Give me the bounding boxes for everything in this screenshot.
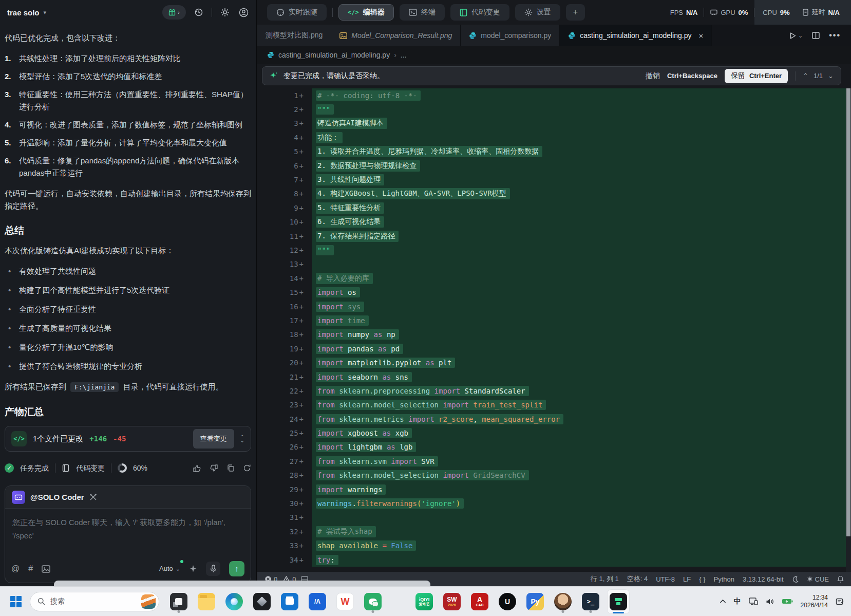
attach-image-icon[interactable] bbox=[42, 565, 50, 573]
top-toolbar: 实时跟随 </> 编辑器 终端 代码变更 设置 + FPSN/A GPU0% bbox=[257, 0, 851, 25]
account-icon[interactable] bbox=[238, 7, 249, 18]
next-change-icon[interactable]: ⌄ bbox=[828, 72, 834, 80]
code-line: 8+4. 构建XGBoost、LightGBM、GA-SVR、LPSO-SVR模… bbox=[257, 187, 846, 201]
breadcrumb-more[interactable]: ... bbox=[401, 51, 407, 59]
braces-formatter[interactable]: { } bbox=[699, 575, 705, 583]
tab-editor-label: 编辑器 bbox=[363, 8, 385, 17]
taskbar-app-snipping-tool-icon[interactable] bbox=[167, 589, 190, 614]
artifact-card[interactable]: </> 1个文件已更改 +146 -45 查看变更 ⌃⌄ bbox=[5, 426, 251, 452]
prev-change-icon[interactable]: ⌃ bbox=[803, 72, 808, 80]
gpu-label: GPU bbox=[721, 9, 735, 16]
start-button[interactable] bbox=[6, 592, 26, 611]
microphone-icon[interactable] bbox=[206, 562, 220, 576]
more-actions-icon[interactable]: ••• bbox=[829, 31, 841, 40]
scrollbar-thumb[interactable] bbox=[846, 88, 850, 536]
code-line: 23+from sklearn.model_selection import t… bbox=[257, 398, 846, 412]
code-line: 4+功能： bbox=[257, 130, 846, 144]
taskbar-app-user-avatar-icon[interactable] bbox=[552, 589, 574, 614]
tab-live-follow[interactable]: 实时跟随 bbox=[267, 4, 327, 21]
add-view-button[interactable]: + bbox=[566, 4, 585, 21]
breadcrumb-filename[interactable]: casting_simulation_ai_modeling.py bbox=[278, 51, 390, 59]
taskbar-app-trae-icon[interactable] bbox=[607, 589, 630, 614]
plus-icon: + bbox=[573, 8, 578, 17]
tab-editor[interactable]: </> 编辑器 bbox=[338, 4, 394, 21]
keep-button[interactable]: 保留 Ctrl+Enter bbox=[725, 69, 788, 83]
notification-center-icon[interactable] bbox=[836, 598, 844, 606]
tab-code-changes[interactable]: 代码变更 bbox=[450, 4, 509, 21]
agent-tools-icon[interactable] bbox=[89, 493, 97, 501]
cursor-position[interactable]: 行 1, 列 1 bbox=[591, 574, 619, 584]
run-chevron-down-icon[interactable]: ⌄ bbox=[798, 32, 803, 39]
breadcrumb[interactable]: casting_simulation_ai_modeling.py › ... bbox=[257, 46, 851, 64]
savings-path-chip[interactable]: F:\jianjia bbox=[70, 382, 119, 392]
file-tab-comparison-image[interactable]: 测模型对比图.png bbox=[257, 25, 331, 46]
close-tab-icon[interactable]: × bbox=[698, 31, 703, 40]
agent-name-label[interactable]: @SOLO Coder bbox=[30, 491, 84, 503]
mode-selector[interactable]: Auto ⌄ bbox=[159, 563, 180, 575]
taskbar-app-solidworks-icon[interactable]: SW2026 bbox=[441, 589, 463, 614]
tray-clock[interactable]: 12:34 2026/4/14 bbox=[801, 594, 828, 609]
code-file-icon: </> bbox=[11, 431, 27, 446]
collapse-expander-icon[interactable]: ⌃⌄ bbox=[240, 435, 244, 442]
split-editor-icon[interactable] bbox=[812, 32, 820, 39]
mention-at-icon[interactable]: @ bbox=[11, 563, 20, 575]
hash-icon[interactable]: # bbox=[28, 563, 33, 575]
gift-button[interactable]: › bbox=[162, 5, 186, 20]
battery-charging-icon[interactable] bbox=[782, 598, 793, 605]
chat-input[interactable]: 您正在与 SOLO Coder 聊天，输入 '/' 获取更多能力，如 '/pla… bbox=[5, 509, 251, 556]
cue-indicator[interactable]: CUE bbox=[807, 575, 829, 583]
thumbs-up-icon[interactable] bbox=[193, 464, 201, 473]
taskbar-app-powershell-icon[interactable]: >_ bbox=[579, 589, 602, 614]
encoding-setting[interactable]: UTF-8 bbox=[656, 575, 675, 583]
title-chevron-down-icon[interactable]: ▾ bbox=[44, 9, 47, 16]
taskbar-app-pycharm-icon[interactable]: Py bbox=[524, 589, 546, 614]
code-changes-label[interactable]: 代码变更 bbox=[76, 462, 105, 474]
tray-chevron-up-icon[interactable] bbox=[720, 599, 726, 604]
speaker-icon[interactable] bbox=[766, 598, 774, 605]
taskbar-app-wps-office-icon[interactable]: W bbox=[334, 589, 356, 614]
code-line: 28+from sklearn.model_selection import G… bbox=[257, 469, 846, 482]
taskbar-app-edge-browser-icon[interactable] bbox=[223, 589, 245, 614]
taskbar-app-wechat-icon[interactable] bbox=[362, 589, 384, 614]
run-button[interactable]: ⌄ bbox=[789, 32, 803, 40]
python-version[interactable]: 3.13.12 64-bit bbox=[743, 575, 784, 583]
search-highlight-image[interactable] bbox=[141, 594, 156, 609]
language-mode[interactable]: Python bbox=[714, 575, 734, 583]
taskbar-app-file-explorer-icon[interactable] bbox=[195, 589, 218, 614]
settings-gear-icon[interactable] bbox=[219, 7, 231, 18]
taskbar-app-unreal-icon[interactable]: U bbox=[496, 589, 519, 614]
taskbar-app-iqiyi-icon[interactable]: iQIYI爱奇艺 bbox=[413, 589, 436, 614]
refresh-icon[interactable] bbox=[243, 464, 251, 473]
sparkle-icon[interactable] bbox=[189, 565, 197, 573]
notifications-bell-icon[interactable] bbox=[837, 575, 844, 583]
tab-settings[interactable]: 设置 bbox=[515, 4, 560, 21]
taskbar-app-autocad-icon[interactable]: ACAD bbox=[468, 589, 491, 614]
theme-moon-icon[interactable] bbox=[792, 576, 799, 583]
copy-icon[interactable] bbox=[226, 464, 235, 473]
file-tab-model-comparison-result[interactable]: Model_Comparison_Result.png bbox=[331, 25, 461, 46]
line-number: 1+ bbox=[257, 88, 312, 102]
cast-device-icon[interactable] bbox=[749, 598, 758, 605]
send-button[interactable]: ↑ bbox=[229, 561, 244, 576]
editor-scrollbar[interactable] bbox=[846, 88, 851, 572]
tab-terminal[interactable]: 终端 bbox=[400, 4, 445, 21]
undo-button[interactable]: 撤销 bbox=[646, 71, 660, 81]
view-changes-button[interactable]: 查看变更 bbox=[193, 429, 234, 449]
ime-indicator[interactable]: 中 bbox=[734, 597, 741, 606]
chat-scroll-area[interactable]: 代码已优化完成，包含以下改进： 1.共线性处理：添加了处理前后的相关性矩阵对比2… bbox=[0, 25, 256, 583]
eol-setting[interactable]: LF bbox=[683, 575, 691, 583]
taskbar-app-axure-icon[interactable]: /A bbox=[306, 589, 329, 614]
line-number: 20+ bbox=[257, 356, 312, 369]
file-tab-casting-simulation-active[interactable]: casting_simulation_ai_modeling.py × bbox=[560, 25, 712, 46]
toolbar-divider bbox=[332, 8, 333, 17]
taskbar-search[interactable]: 搜索 bbox=[30, 592, 159, 611]
taskbar-app-microsoft-store-icon[interactable] bbox=[278, 589, 301, 614]
thumbs-down-icon[interactable] bbox=[210, 464, 218, 473]
taskbar-app-obsidian-icon[interactable] bbox=[251, 589, 273, 614]
ai-sparkle-icon bbox=[270, 71, 278, 80]
history-icon[interactable] bbox=[193, 7, 204, 18]
file-tab-model-comparison-py[interactable]: model_comparison.py bbox=[461, 25, 560, 46]
code-diff-view[interactable]: 1+# -*- coding: utf-8 -*-2+"""3+铸造仿真AI建模… bbox=[257, 88, 846, 572]
gpu-icon bbox=[710, 9, 717, 15]
indentation-setting[interactable]: 空格: 4 bbox=[627, 574, 648, 584]
